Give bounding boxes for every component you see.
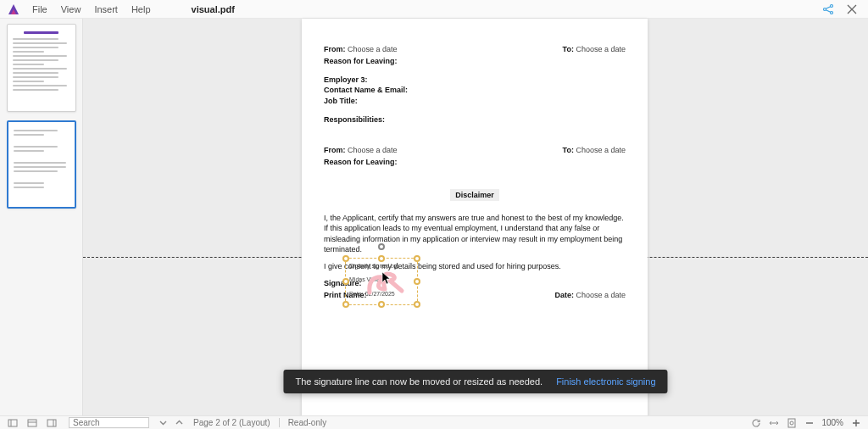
- notification-toast: The signature line can now be moved or r…: [283, 370, 667, 393]
- from-value-2[interactable]: Choose a date: [348, 146, 398, 154]
- document-title: visual.pdf: [192, 4, 235, 14]
- resize-handle-sw[interactable]: [342, 301, 349, 308]
- refresh-icon[interactable]: [750, 417, 761, 428]
- resize-handle-se[interactable]: [414, 301, 420, 308]
- resize-handle-n[interactable]: [378, 255, 385, 262]
- signature-flourish-icon: [364, 264, 407, 298]
- panel-toggle-2-icon[interactable]: [26, 417, 37, 428]
- page-2: From: Choose a date To: Choose a date Re…: [302, 19, 648, 419]
- page-up-icon[interactable]: [174, 417, 185, 428]
- svg-point-2: [824, 8, 826, 10]
- menu-file[interactable]: File: [25, 2, 54, 17]
- thumbnail-page-2[interactable]: [7, 120, 76, 209]
- zoom-out-icon[interactable]: [804, 417, 815, 428]
- resize-handle-nw[interactable]: [342, 255, 349, 262]
- menu-strip: File View Insert Help: [25, 2, 158, 17]
- panel-toggle-1-icon[interactable]: [7, 417, 18, 428]
- zoom-in-icon[interactable]: [850, 417, 861, 428]
- date-label: Date:: [554, 291, 574, 299]
- reason-label-2: Reason for Leaving:: [324, 158, 398, 166]
- svg-rect-7: [47, 420, 56, 426]
- close-icon[interactable]: [844, 2, 860, 17]
- menu-view[interactable]: View: [54, 2, 88, 17]
- resize-handle-s[interactable]: [378, 301, 385, 308]
- readonly-indicator: Read-only: [279, 418, 327, 427]
- svg-rect-6: [28, 420, 36, 426]
- svg-point-4: [831, 11, 833, 14]
- certify-paragraph: I, the Applicant, certify that my answer…: [324, 213, 626, 254]
- resize-handle-ne[interactable]: [414, 255, 420, 262]
- finish-signing-link[interactable]: Finish electronic signing: [556, 376, 655, 387]
- from-label-2: From:: [324, 146, 346, 154]
- page-indicator: Page 2 of 2 (Layout): [193, 418, 270, 427]
- svg-rect-5: [8, 420, 17, 426]
- resize-handle-e[interactable]: [414, 278, 420, 285]
- thumbnail-page-1[interactable]: [7, 24, 76, 112]
- to-label-2: To:: [563, 146, 574, 154]
- share-icon[interactable]: [821, 2, 836, 17]
- resize-handle-w[interactable]: [342, 278, 349, 285]
- fit-width-icon[interactable]: [768, 417, 779, 428]
- toast-message: The signature line can now be moved or r…: [295, 376, 542, 387]
- search-input[interactable]: [69, 417, 149, 428]
- panel-toggle-3-icon[interactable]: [46, 417, 57, 428]
- svg-rect-8: [788, 419, 795, 427]
- top-menubar: File View Insert Help visual.pdf: [0, 0, 868, 19]
- disclaimer-heading: Disclaimer: [450, 189, 499, 201]
- signature-object[interactable]: Digitally signed by: Midas Vipia Date: 0…: [346, 259, 417, 304]
- date-value[interactable]: Choose a date: [576, 291, 626, 299]
- svg-point-9: [790, 421, 793, 425]
- rotate-handle[interactable]: [378, 243, 385, 250]
- thumbnail-panel: [0, 19, 83, 415]
- to-value[interactable]: Choose a date: [576, 45, 626, 53]
- zoom-level: 100%: [821, 418, 843, 427]
- menu-help[interactable]: Help: [125, 2, 158, 17]
- signature-body[interactable]: Digitally signed by: Midas Vipia Date: 0…: [346, 259, 417, 304]
- fit-page-icon[interactable]: [786, 417, 797, 428]
- contact-label: Contact Name & Email:: [324, 85, 626, 95]
- from-label: From:: [324, 45, 346, 53]
- responsibilities-label: Responsibilities:: [324, 115, 385, 124]
- employer3-label: Employer 3:: [324, 75, 626, 85]
- menu-insert[interactable]: Insert: [87, 2, 125, 17]
- reason-label-1: Reason for Leaving:: [324, 57, 398, 65]
- status-bar: Page 2 of 2 (Layout) Read-only 100%: [0, 415, 868, 429]
- jobtitle-label: Job Title:: [324, 96, 626, 106]
- app-logo: [5, 1, 22, 18]
- page-down-icon[interactable]: [158, 417, 169, 428]
- document-canvas[interactable]: From: Choose a date To: Choose a date Re…: [83, 19, 868, 415]
- svg-point-3: [831, 4, 833, 7]
- to-value-2[interactable]: Choose a date: [576, 146, 626, 154]
- to-label: To:: [563, 45, 574, 53]
- search-box[interactable]: [69, 417, 149, 428]
- from-value[interactable]: Choose a date: [348, 45, 398, 53]
